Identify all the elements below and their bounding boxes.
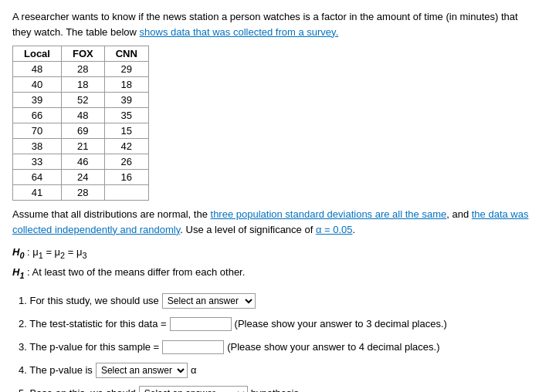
- q2-label: 2. The test-statistic for this data =: [19, 314, 167, 334]
- h1-text: : At least two of the means differ from …: [24, 266, 245, 278]
- h0-row: H0 : μ1 = μ2 = μ3: [12, 243, 537, 263]
- q5-select[interactable]: Select an answer reject the null fail to…: [139, 386, 248, 392]
- table-row: 395239: [13, 93, 149, 108]
- alpha-value: α = 0.05: [316, 224, 353, 235]
- assumption-highlight1: three population standard deviations are…: [211, 208, 447, 220]
- assumption-text: Assume that all distributions are normal…: [12, 207, 537, 237]
- table-row: 664835: [13, 108, 149, 123]
- col-local: Local: [13, 46, 62, 62]
- question-4: 4. The p-value is Select an answer less …: [19, 360, 537, 380]
- q4-label: 4. The p-value is: [19, 360, 93, 380]
- table-row: 4128: [13, 185, 149, 201]
- table-row: 642416: [13, 170, 149, 185]
- question-5: 5. Base on this, we should Select an ans…: [19, 384, 537, 392]
- h1-row: H1 : At least two of the means differ fr…: [12, 263, 537, 283]
- h0-label: H0: [12, 246, 24, 258]
- table-row: 482829: [13, 62, 149, 77]
- data-table: Local FOX CNN 48282940181839523966483570…: [12, 46, 537, 201]
- q2-hint: (Please show your answer to 3 decimal pl…: [235, 314, 447, 334]
- table-row: 706915: [13, 123, 149, 139]
- question-3: 3. The p-value for this sample = (Please…: [19, 337, 537, 357]
- col-cnn: CNN: [104, 46, 148, 62]
- h0-text: : μ1 = μ2 = μ3: [24, 246, 86, 258]
- question-2: 2. The test-statistic for this data = (P…: [19, 314, 537, 334]
- intro-highlight: shows data that was collected from a sur…: [140, 26, 339, 38]
- h1-label: H1: [12, 266, 24, 278]
- q3-input[interactable]: [162, 340, 224, 354]
- q5-suffix: hypothesis: [251, 384, 299, 392]
- table-row: 401818: [13, 77, 149, 93]
- hypothesis-block: H0 : μ1 = μ2 = μ3 H1 : At least two of t…: [12, 243, 537, 283]
- q4-alpha: α: [191, 360, 197, 380]
- table-row: 334626: [13, 154, 149, 170]
- table-row: 382142: [13, 139, 149, 154]
- questions-section: 1. For this study, we should use Select …: [19, 291, 537, 392]
- q3-label: 3. The p-value for this sample =: [19, 337, 159, 357]
- q2-input[interactable]: [170, 317, 232, 331]
- intro-text: A researcher wants to know if the news s…: [12, 9, 537, 39]
- question-1: 1. For this study, we should use Select …: [19, 291, 537, 311]
- q5-label: 5. Base on this, we should: [19, 384, 136, 392]
- col-fox: FOX: [61, 46, 104, 62]
- q3-hint: (Please show your answer to 4 decimal pl…: [227, 337, 439, 357]
- q1-select[interactable]: Select an answer One-Way ANOVA Two-Way A…: [162, 293, 256, 309]
- q1-label: 1. For this study, we should use: [19, 291, 159, 311]
- q4-select[interactable]: Select an answer less than greater than …: [96, 363, 188, 378]
